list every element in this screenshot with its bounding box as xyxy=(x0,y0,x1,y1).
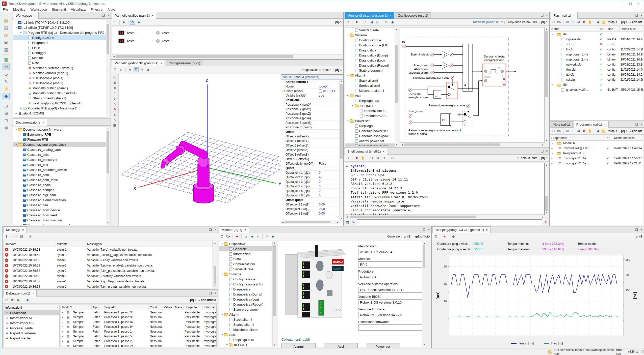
tree-item[interactable]: Diagnostica xyxy=(219,287,276,292)
tree-item[interactable]: Classe rc_flow_feed xyxy=(13,213,109,218)
home-icon[interactable]: ⌂ xyxy=(243,234,248,239)
tab-pannello-grafico[interactable]: Pannello grafico (pan-1)× xyxy=(112,12,156,19)
tree-item[interactable]: Stato programmi xyxy=(219,307,276,312)
copy-icon[interactable]: ⧉▾ xyxy=(226,234,231,239)
property-group-header[interactable]: Quote xyxy=(281,166,339,170)
move-view-icon[interactable]: ✥ xyxy=(127,67,133,72)
build-icon[interactable]: ⊟ xyxy=(571,20,575,25)
send-icon[interactable]: ➤ xyxy=(351,220,356,225)
tree-item[interactable]: Riepilogo xyxy=(345,123,398,128)
tree-item[interactable]: ▾Dispositivo xyxy=(219,241,276,246)
message-row[interactable]: ×10/03/2022 10:36:58sysm-1Variabile (?.t… xyxy=(4,284,213,288)
field-produttore-[interactable] xyxy=(358,274,426,280)
property-row[interactable]: Quota joint 5 (qj5)0 xyxy=(281,189,339,193)
grid-tool-icon[interactable]: ⊞ xyxy=(113,81,116,84)
message-row[interactable]: ×10/03/2022 10:36:58sysm-1Variabile (?.e… xyxy=(4,257,213,263)
close-panel-icon[interactable]: × xyxy=(214,228,216,231)
info-list-item[interactable]: ≣Informazioni OB xyxy=(4,320,59,326)
field-modello-[interactable] xyxy=(358,261,426,268)
property-row[interactable]: Offset C (offsetC) xyxy=(281,157,339,161)
property-row[interactable]: Posizione A (posA) xyxy=(281,116,339,121)
minimize-button[interactable]: – xyxy=(622,2,624,6)
breakpoint-row[interactable]: ▸▦SempreFetchProcesso 1, passo 1NessunaP… xyxy=(61,329,216,334)
tab-close-icon[interactable]: × xyxy=(486,228,488,232)
tree-item[interactable]: Stack allarmi xyxy=(345,78,398,83)
dock-modules-icon[interactable]: ▩ xyxy=(3,56,10,63)
property-row[interactable]: Offset joint 1 (oj1)0.00 xyxy=(281,202,339,207)
property-group-header[interactable]: Posizione xyxy=(281,98,339,102)
history-icon[interactable]: ⇶ xyxy=(345,220,350,225)
color-swatch[interactable] xyxy=(319,90,322,93)
close-panel-icon[interactable]: × xyxy=(640,228,642,231)
tree-item[interactable]: Classe rc_cam xyxy=(13,172,109,177)
sysm-tree-scrollbar[interactable]: ▲▼ xyxy=(395,27,398,146)
tree-item[interactable]: Classe rc_film xyxy=(13,202,109,208)
property-group-header[interactable]: Antropomorfo 1 xyxy=(281,80,339,84)
field-versione-firmware-[interactable] xyxy=(358,312,426,318)
tree-item[interactable]: Debugger xyxy=(13,50,109,55)
shell-command-input[interactable] xyxy=(357,219,542,225)
axes-tool-icon[interactable]: △ xyxy=(114,118,116,122)
property-row[interactable]: Quota joint 3 (qj3)0 xyxy=(281,180,339,184)
message-row[interactable]: ×10/03/2022 10:36:58sysm-1Variabile (?.c… xyxy=(4,252,213,257)
tree-item[interactable]: Classe rc_digi_cam xyxy=(13,192,109,197)
messaggi-scrollbar[interactable]: ▲▼ xyxy=(213,241,217,288)
float-panel-icon[interactable]: ❏ xyxy=(209,291,212,295)
close-panel-icon[interactable]: × xyxy=(428,228,430,231)
tree-item[interactable]: Diagnostica (Log) xyxy=(219,297,276,302)
tree-item[interactable]: ▾Progetto RTE (prj-1) - Deescrizione del… xyxy=(13,30,109,35)
tree-item[interactable]: Servizi di rete xyxy=(219,267,276,272)
tree-item[interactable]: Informazioni xyxy=(219,251,276,256)
tab-messaggi[interactable]: Messaggi× xyxy=(3,226,27,233)
tree-item[interactable]: ▸Progetto RTE (prj-3) - Macchina 2 xyxy=(13,106,109,111)
tree-item[interactable]: ∿Oscilloscopio (osc-2) xyxy=(13,80,109,85)
dock-flash-icon[interactable]: ⚡ xyxy=(3,85,10,92)
page-icon[interactable]: ▤ xyxy=(19,234,24,239)
message-row[interactable]: ×10/03/2022 10:36:58sysm-1Variabile (?.t… xyxy=(4,268,213,273)
property-row[interactable]: Posizione Z (posZ) xyxy=(281,111,339,116)
tab-close-icon[interactable]: × xyxy=(34,14,36,17)
info-list-item[interactable]: ≣Report di sistema xyxy=(4,331,59,336)
rotate-tool-icon[interactable]: ↻ xyxy=(113,86,116,90)
tree-item[interactable]: Stato xyxy=(219,256,276,261)
pointer-icon[interactable]: ⇱ xyxy=(130,20,135,25)
property-row[interactable]: Quota joint 4 (qj4)0 xyxy=(281,184,339,189)
properties-icon[interactable]: 🗒 xyxy=(345,156,350,161)
tree-item[interactable]: Note xyxy=(13,60,109,65)
tree-item[interactable]: ▾Documentazione firmware xyxy=(13,127,109,132)
tree-item[interactable]: Informazioni b... xyxy=(345,108,398,113)
property-row[interactable]: Quota joint 2 (qj2)45 xyxy=(281,175,339,180)
tree-item[interactable]: ◉Pannello grafico (pan-1) xyxy=(13,85,109,91)
forward-icon[interactable]: ▶ xyxy=(375,20,380,25)
property-row[interactable]: Nomerobot-4 xyxy=(281,84,339,89)
zoom-in-icon[interactable]: ⊕ xyxy=(375,156,380,161)
tree-item[interactable]: ▾Assi xyxy=(219,332,276,337)
sysm-diagram-hscrollbar[interactable]: ◀▶ xyxy=(400,143,545,146)
tree-item[interactable]: ▾ax1 (M1) xyxy=(219,342,276,347)
dock-search-icon[interactable]: ⊙ xyxy=(3,71,10,77)
select-tool-icon[interactable]: ☑ xyxy=(113,75,116,79)
tree-item[interactable]: Classe rc_analog_cam xyxy=(13,147,109,152)
dock-save-icon[interactable]: ▣ xyxy=(3,39,10,46)
tree-item[interactable]: Trasduttore/Att... xyxy=(345,113,398,118)
breakpoint-row[interactable]: ▸▦SempreFetchProcesso 1, passo 87Nessuna… xyxy=(61,319,216,324)
zoom-out-icon[interactable]: ⊖ xyxy=(381,156,386,161)
monitor-form-scrollbar[interactable]: ▲▼ xyxy=(422,241,426,347)
tree-item[interactable]: Diagnostica (Dump) xyxy=(345,53,398,58)
table-row[interactable]: ▾/fb✓ xyxy=(550,82,643,87)
tree-item[interactable]: △Pannello grafico 3D (pan3d-1) xyxy=(13,91,109,96)
table-row[interactable]: qmakeall-vs20...✓file BAT25/11/2021 15:5… xyxy=(550,87,643,92)
tree-item[interactable]: Monitor xyxy=(13,55,109,60)
dock-window-new-icon[interactable]: ⊞ xyxy=(3,103,10,109)
properties-icon[interactable]: 🗒 xyxy=(345,20,350,25)
table-row[interactable]: myprogram1.r4a✓binary19/04/2021 14:10:36… xyxy=(550,52,643,57)
tree-item[interactable]: Classe rc_bounded_device xyxy=(13,167,109,172)
tab-pptest[interactable]: Test ping/pong BCC/31 (pptest-1)× xyxy=(432,226,491,233)
reset-icon[interactable]: ↺ xyxy=(582,20,586,25)
stop-icon[interactable]: ■ xyxy=(442,234,447,239)
tree-item[interactable]: ≡Monitor variabili (mon-1) xyxy=(13,70,109,75)
message-row[interactable]: ×10/03/2022 10:36:58sysm-1Variabile (?.p… xyxy=(4,263,213,268)
table-row[interactable]: cfgsave.dat✓file DAT19/04/2021 14:23:33 xyxy=(550,37,643,42)
tree-item[interactable]: Classe rc_bdeserver xyxy=(13,157,109,162)
info-list-header[interactable]: Informazioni˄ xyxy=(4,305,59,310)
